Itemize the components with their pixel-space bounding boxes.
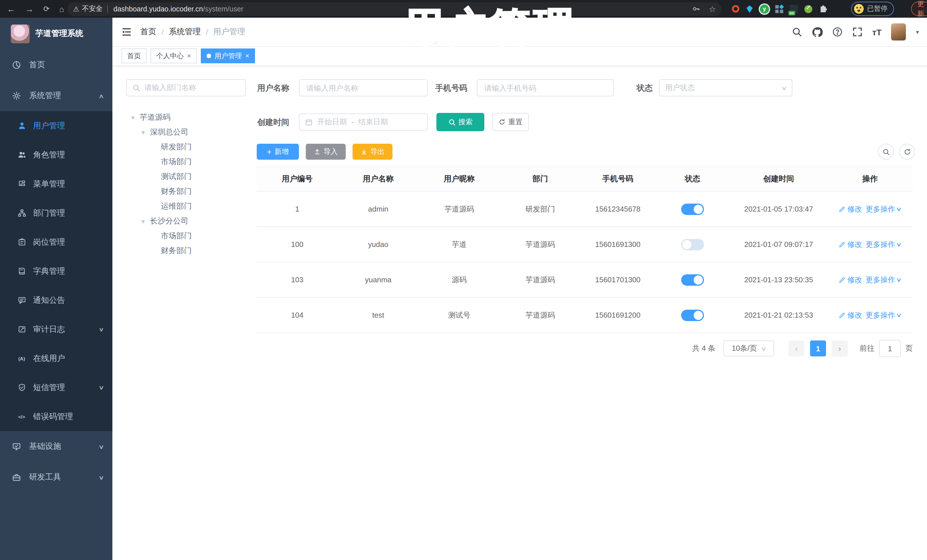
tree-node[interactable]: ▼长沙分公司 xyxy=(126,214,246,229)
browser-reload-icon[interactable]: ⟳ xyxy=(43,5,50,12)
avatar[interactable] xyxy=(891,23,906,41)
next-page-button[interactable]: › xyxy=(832,340,848,357)
collapse-sidebar-icon[interactable] xyxy=(121,26,132,38)
tree-node[interactable]: 市场部门 xyxy=(126,229,246,243)
sidebar-item-audit-log[interactable]: 审计日志 ∨ xyxy=(0,315,112,344)
export-button[interactable]: 导出 xyxy=(353,144,392,160)
breadcrumb-system[interactable]: 系统管理 xyxy=(169,27,201,37)
caret-down-icon[interactable]: ▼ xyxy=(140,218,146,225)
search-icon[interactable] xyxy=(792,27,802,37)
sidebar-item-infrastructure[interactable]: 基础设施 ∨ xyxy=(0,431,112,462)
edit-link[interactable]: 修改 xyxy=(839,204,862,214)
sidebar-item-post-mgmt[interactable]: 岗位管理 xyxy=(0,228,112,256)
tab-home[interactable]: 首页 xyxy=(122,49,147,63)
edit-link[interactable]: 修改 xyxy=(839,310,862,320)
sidebar-item-user-mgmt[interactable]: 用户管理 xyxy=(0,111,112,140)
caret-down-icon[interactable]: ▼ xyxy=(130,114,136,121)
address-bar[interactable]: ⚠ 不安全 dashboard.yudao.iocoder.cn/system/… xyxy=(67,2,722,16)
sidebar-item-notice[interactable]: 通知公告 xyxy=(0,286,112,315)
more-actions-link[interactable]: 更多操作∨ xyxy=(866,239,901,249)
browser-home-icon[interactable]: ⌂ xyxy=(59,5,64,13)
tab-user-mgmt[interactable]: 用户管理 × xyxy=(201,49,255,63)
monitor-icon xyxy=(12,442,21,451)
browser-update-button[interactable]: 更新 ⋮ xyxy=(911,2,927,16)
status-toggle[interactable] xyxy=(681,310,704,321)
status-select[interactable]: 用户状态 ∨ xyxy=(659,79,792,96)
sidebar-item-dev-tools[interactable]: 研发工具 ∨ xyxy=(0,462,112,493)
bookmark-star-icon[interactable]: ☆ xyxy=(709,4,716,14)
sidebar-item-system[interactable]: 系统管理 ∧ xyxy=(0,80,112,111)
extension-gem-icon[interactable] xyxy=(746,5,754,13)
page-unit-label: 页 xyxy=(905,343,913,354)
status-toggle[interactable] xyxy=(681,203,704,215)
sidebar-item-dept-mgmt[interactable]: 部门管理 xyxy=(0,199,112,228)
user-menu-caret-icon[interactable]: ▾ xyxy=(916,28,919,36)
close-icon[interactable]: × xyxy=(245,52,249,60)
search-button[interactable]: 搜索 xyxy=(436,113,484,131)
goto-page-input[interactable] xyxy=(879,340,901,357)
tree-node[interactable]: 运维部门 xyxy=(126,199,246,214)
import-button[interactable]: 导入 xyxy=(306,144,346,160)
github-icon[interactable] xyxy=(812,27,823,37)
sidebar-item-dict-mgmt[interactable]: 字典管理 xyxy=(0,256,112,286)
help-icon[interactable] xyxy=(832,27,843,37)
cell-id: 104 xyxy=(257,311,338,319)
browser-forward-icon[interactable]: → xyxy=(25,5,33,13)
sidebar-item-online-users[interactable]: (A) 在线用户 xyxy=(0,344,112,373)
fullscreen-icon[interactable] xyxy=(852,27,863,37)
extensions-puzzle-icon[interactable] xyxy=(819,4,828,14)
breadcrumb-home[interactable]: 首页 xyxy=(140,27,156,37)
tree-node-label: 财务部门 xyxy=(161,246,191,256)
current-page-button[interactable]: 1 xyxy=(810,340,826,357)
sidebar-item-home[interactable]: 首页 xyxy=(0,50,112,80)
extension-onoff-icon[interactable]: on xyxy=(790,5,798,13)
tree-node[interactable]: 财务部门 xyxy=(126,184,246,199)
font-size-icon[interactable]: ᴛT xyxy=(872,27,881,37)
refresh-table-button[interactable] xyxy=(899,144,915,160)
username-field[interactable] xyxy=(305,83,422,93)
password-key-icon[interactable] xyxy=(692,5,701,13)
divider xyxy=(107,5,108,13)
toggle-search-button[interactable] xyxy=(878,144,894,160)
mobile-input[interactable] xyxy=(477,79,614,96)
close-icon[interactable]: × xyxy=(187,52,191,60)
browser-profile-chip[interactable]: 已暂停 xyxy=(851,2,894,16)
extension-ubuntu-icon[interactable] xyxy=(732,5,739,12)
cell-created: 2021-01-05 17:03:47 xyxy=(730,205,827,213)
sidebar-item-role-mgmt[interactable]: 角色管理 xyxy=(0,140,112,169)
pencil-icon xyxy=(839,241,846,248)
tree-node[interactable]: 财务部门 xyxy=(126,243,246,258)
add-button[interactable]: + 新增 xyxy=(257,144,299,160)
dept-search-input[interactable]: 请输入部门名称 xyxy=(126,79,246,96)
tree-node[interactable]: 测试部门 xyxy=(126,169,246,184)
status-toggle[interactable] xyxy=(681,274,704,285)
status-toggle[interactable] xyxy=(681,239,704,250)
app-logo[interactable]: 芋道管理系统 xyxy=(0,18,112,50)
caret-down-icon[interactable]: ▼ xyxy=(140,129,146,135)
tree-node[interactable]: ▼深圳总公司 xyxy=(126,125,246,140)
sidebar-item-menu-mgmt[interactable]: 菜单管理 xyxy=(0,169,112,199)
tree-node[interactable]: 研发部门 xyxy=(126,140,246,155)
date-range-picker[interactable]: 开始日期 - 结束日期 xyxy=(299,114,428,131)
prev-page-button[interactable]: ‹ xyxy=(789,340,804,357)
sidebar-item-error-code[interactable]: </> 错误码管理 xyxy=(0,402,112,431)
tab-profile[interactable]: 个人中心 × xyxy=(150,49,197,63)
extension-y-icon[interactable]: y xyxy=(760,4,769,14)
more-actions-link[interactable]: 更多操作∨ xyxy=(866,204,901,214)
browser-back-icon[interactable]: ← xyxy=(7,5,15,13)
tree-node-label: 研发部门 xyxy=(161,142,191,152)
sidebar-item-sms-mgmt[interactable]: 短信管理 ∨ xyxy=(0,373,112,402)
reset-button[interactable]: 重置 xyxy=(492,113,529,131)
username-input[interactable] xyxy=(299,79,428,96)
table-header-row: 用户编号 用户名称 用户昵称 部门 手机号码 状态 创建时间 操作 xyxy=(257,167,913,191)
extension-green-key-icon[interactable] xyxy=(804,5,812,13)
more-actions-link[interactable]: 更多操作∨ xyxy=(866,275,901,285)
page-size-select[interactable]: 10条/页 ∨ xyxy=(723,340,774,357)
more-actions-link[interactable]: 更多操作∨ xyxy=(866,310,901,320)
edit-link[interactable]: 修改 xyxy=(839,239,862,249)
extension-grid-icon[interactable] xyxy=(775,5,783,13)
tree-node[interactable]: ▼芋道源码 xyxy=(126,110,246,125)
tree-node[interactable]: 市场部门 xyxy=(126,155,246,169)
mobile-field[interactable] xyxy=(483,83,608,93)
edit-link[interactable]: 修改 xyxy=(839,275,862,285)
